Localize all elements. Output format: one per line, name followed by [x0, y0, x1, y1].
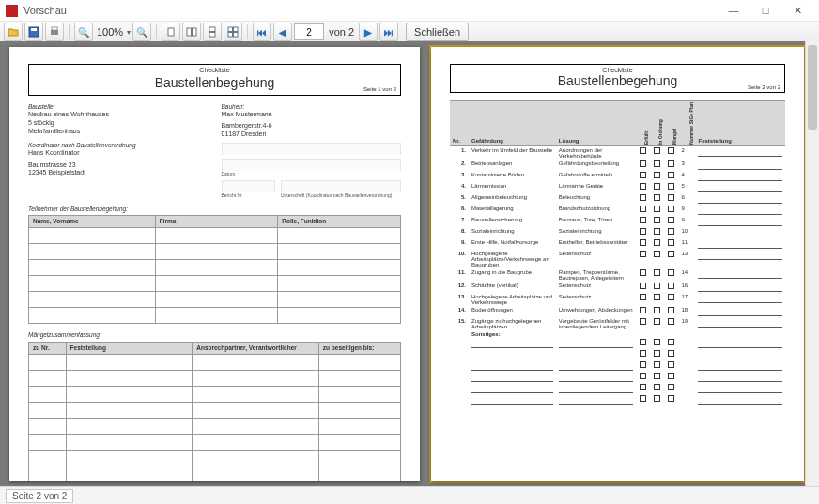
bauherr-v1: Max Mustermann: [222, 111, 402, 119]
zoom-dropdown-icon[interactable]: ▾: [127, 28, 131, 37]
status-page: Seite 2 von 2: [6, 489, 73, 503]
next-page-icon[interactable]: ▶: [359, 23, 378, 41]
svg-rect-11: [228, 33, 233, 38]
table-row: 4.LärmemissionLärmarme Geräte5: [450, 182, 785, 193]
th-fest: Feststellung: [695, 101, 785, 146]
bauherr-v3: 01187 Dresden: [222, 130, 402, 139]
last-page-icon[interactable]: ⏭: [379, 23, 398, 41]
app-icon: [6, 5, 18, 17]
separator: [69, 24, 70, 39]
table-row: [29, 354, 401, 370]
table-row: [29, 228, 401, 244]
table-row: [450, 372, 785, 383]
vertical-scrollbar[interactable]: [805, 41, 819, 487]
doc-title: Baustellenbegehung: [455, 73, 780, 88]
m-th2: Feststellung: [66, 342, 193, 354]
scrollbar-thumb[interactable]: [808, 45, 817, 130]
baustelle-v1: Neubau eines Wohnhauses: [28, 111, 209, 119]
svg-rect-3: [52, 27, 57, 30]
first-page-icon[interactable]: ⏮: [253, 23, 271, 41]
bauherr-label: Bauherr:: [222, 103, 402, 111]
table-row: [450, 338, 785, 349]
zoom-out-icon[interactable]: 🔍: [132, 23, 151, 41]
baustelle-label: Baustelle:: [28, 103, 209, 111]
teilnehmer-label: Teilnehmer der Baustellenbegehung:: [28, 206, 401, 213]
page-2: Checkliste Baustellenbegehung Seite 2 vo…: [431, 47, 804, 481]
print-icon[interactable]: [45, 23, 64, 41]
svg-rect-6: [193, 28, 197, 36]
svg-rect-9: [228, 27, 233, 32]
page-of-label: von 2: [326, 26, 357, 38]
zoom-value[interactable]: 100%: [95, 26, 125, 38]
koord-label: Koordinator nach Baustellenverordnung: [28, 142, 209, 149]
baustelle-v2: 5 stöckig: [28, 119, 209, 128]
page-input[interactable]: [294, 23, 324, 40]
m-th1: zu Nr.: [29, 342, 67, 354]
statusbar: Seite 2 von 2: [0, 486, 819, 504]
close-window-button[interactable]: ✕: [781, 0, 813, 21]
maximize-button[interactable]: □: [749, 0, 781, 21]
svg-rect-7: [209, 27, 215, 32]
m-th3: Ansprechpartner, Verantwortlicher: [193, 342, 319, 354]
th-firma: Firma: [155, 216, 278, 228]
viewport: Checkliste Baustellenbegehung Seite 1 vo…: [0, 41, 819, 487]
table-row: 13.Hochgelegene Arbeitsplätze und Verkeh…: [450, 293, 785, 306]
m-th4: zu beseitigen bis:: [318, 342, 400, 354]
window-title: Vorschau: [23, 5, 718, 16]
table-row: [450, 349, 785, 360]
doc-title: Baustellenbegehung: [33, 75, 396, 92]
view-grid-icon[interactable]: [224, 23, 242, 41]
th-c3: Mangel: [664, 101, 678, 146]
th-c2: In Ordnung: [650, 101, 664, 146]
svg-rect-8: [209, 33, 215, 38]
table-row: [29, 308, 401, 324]
separator: [156, 24, 157, 39]
svg-rect-1: [31, 28, 37, 31]
table-row: [29, 402, 401, 418]
page-number: Seite 1 von 2: [363, 86, 396, 94]
zoom-in-icon[interactable]: 🔍: [74, 23, 93, 41]
table-row: 2.BetriebsanlagenGefährdungsbeurteilung3: [450, 160, 785, 171]
doc-header: Checkliste Baustellenbegehung Seite 1 vo…: [28, 64, 401, 96]
table-row: [450, 360, 785, 372]
mangel-label: Mängelzusammenfassung:: [28, 331, 401, 339]
koord-v1: Hans Koordinator: [28, 149, 209, 158]
open-icon[interactable]: [4, 23, 23, 41]
svg-rect-12: [234, 33, 239, 38]
view-facing-icon[interactable]: [182, 23, 201, 41]
table-row: 6.MateriallagerungBrandschutzordnung9: [450, 205, 785, 216]
view-continuous-icon[interactable]: [203, 23, 222, 41]
mangel-table: zu Nr.FeststellungAnsprechpartner, Veran…: [28, 342, 401, 482]
th-los: Lösung: [556, 101, 637, 146]
doc-sup: Checkliste: [455, 67, 780, 73]
table-row: 11.Zugang in die BaugrubeRampen, Treppen…: [450, 268, 785, 282]
th-gef: Gefährdung: [469, 101, 556, 146]
toolbar: 🔍 100% ▾ 🔍 ⏮ ◀ von 2 ▶ ⏭ Schließen: [0, 22, 819, 43]
page-number: Seite 2 von 2: [748, 84, 780, 90]
table-row: 5.AllgemeinbeleuchtungBeleuchtung6: [450, 193, 785, 205]
save-icon[interactable]: [24, 23, 43, 41]
minimize-button[interactable]: —: [718, 0, 749, 21]
table-row: [29, 450, 401, 466]
view-single-icon[interactable]: [162, 23, 180, 41]
table-row: 3.Kontaminierte BödenGefahrstoffe ermitt…: [450, 171, 785, 182]
svg-rect-10: [234, 27, 239, 32]
doc-sup: Checkliste: [33, 67, 396, 75]
gefahr-table: Nr. Gefährdung Lösung Erfüllt In Ordnung…: [450, 100, 785, 405]
table-row: 14.BodenöffnungenUmwehrungen, Abdeckunge…: [450, 306, 785, 317]
table-row: [450, 394, 785, 405]
th-nr: Nr.: [450, 101, 469, 146]
prev-page-icon[interactable]: ◀: [273, 23, 292, 41]
table-row: 10.Hochgelegene Arbeitsplätze/Verkehrswe…: [450, 250, 785, 268]
separator: [247, 24, 248, 39]
table-row: [29, 292, 401, 308]
close-preview-button[interactable]: Schließen: [406, 23, 469, 41]
table-row: [29, 434, 401, 450]
table-row: 7.BaustellensicherungBauzaun, Tore, Türe…: [450, 216, 785, 227]
teilnehmer-table: Name, VornameFirmaRolle, Funktion: [28, 215, 401, 324]
table-row: [29, 276, 401, 292]
table-row: [29, 386, 401, 402]
koord-v3: 12345 Beispielstadt: [28, 169, 209, 177]
titlebar: Vorschau — □ ✕: [0, 0, 819, 22]
th-num: Nummer SiGe Plan: [678, 101, 695, 146]
